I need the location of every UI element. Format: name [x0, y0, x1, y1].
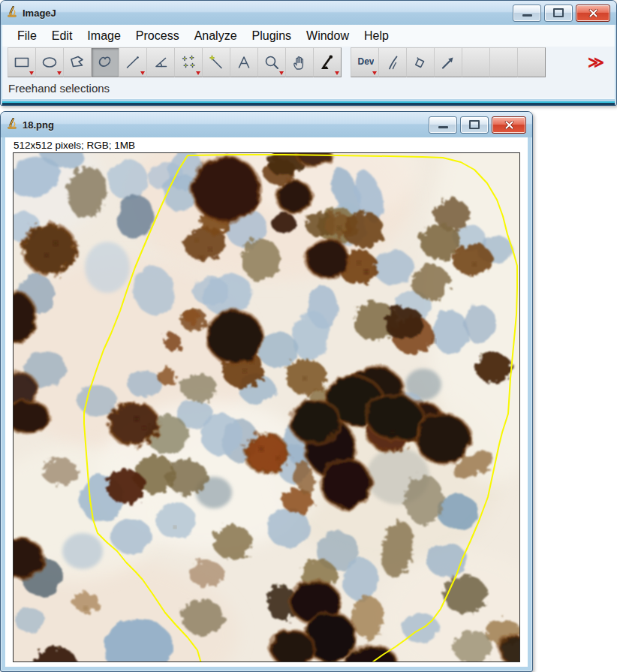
- menu-item-plugins[interactable]: Plugins: [245, 28, 299, 44]
- desktop: ImageJ FileEditImageProcessAnalyzePlugin…: [0, 0, 617, 672]
- minimize-icon: [522, 14, 532, 17]
- imagej-bottom-border: [2, 99, 615, 105]
- restore-icon: [553, 8, 564, 17]
- menu-item-file[interactable]: File: [10, 28, 44, 44]
- close-icon: [588, 9, 598, 17]
- image-window-title: 18.png: [23, 119, 54, 131]
- tool-menu-indicator: [57, 71, 62, 75]
- tool-menu-indicator: [335, 71, 339, 75]
- dropper-tool-icon: [318, 53, 336, 71]
- oval-tool-icon: [41, 53, 59, 71]
- text-tool-icon: [235, 53, 253, 71]
- point-tool-icon: [179, 53, 197, 71]
- tool-button-line[interactable]: [119, 47, 147, 77]
- tool-button-freehand[interactable]: [91, 47, 119, 77]
- hand-tool-icon: [290, 53, 308, 71]
- polygon-tool-icon: [68, 53, 86, 71]
- menu-item-image[interactable]: Image: [80, 28, 128, 44]
- dev-tool-icon: Dev: [356, 53, 374, 71]
- image-window-titlebar[interactable]: 18.png: [1, 112, 532, 137]
- imagej-body: FileEditImageProcessAnalyzePluginsWindow…: [2, 25, 615, 99]
- micrograph: [14, 153, 519, 661]
- menu-item-help[interactable]: Help: [357, 28, 396, 44]
- tool-button-brush[interactable]: [378, 47, 407, 77]
- tool-button-fill[interactable]: [406, 47, 435, 77]
- angle-tool-icon: [152, 53, 170, 71]
- tool-button-rectangle[interactable]: [8, 47, 36, 77]
- maximize-icon: [469, 120, 480, 129]
- tool-button-angle[interactable]: [146, 47, 175, 77]
- freehand-tool-icon: [96, 53, 114, 71]
- svg-text:Dev: Dev: [358, 56, 375, 67]
- imagej-close-button[interactable]: [576, 5, 610, 22]
- tool-button-polygon[interactable]: [63, 47, 92, 77]
- image-maximize-button[interactable]: [460, 116, 489, 134]
- imagej-menubar: FileEditImageProcessAnalyzePluginsWindow…: [2, 25, 615, 47]
- menu-item-window[interactable]: Window: [299, 28, 357, 44]
- menu-item-analyze[interactable]: Analyze: [187, 28, 245, 44]
- imagej-status-text: Freehand selections: [2, 78, 615, 98]
- tool-button-oval[interactable]: [35, 47, 64, 77]
- rectangle-tool-icon: [13, 53, 31, 71]
- image-window-controls: [429, 116, 526, 134]
- imagej-main-window: ImageJ FileEditImageProcessAnalyzePlugin…: [0, 0, 617, 106]
- image-window-logo-icon: [7, 118, 17, 132]
- tool-button-point[interactable]: [174, 47, 203, 77]
- tool-button-hand[interactable]: [285, 47, 314, 77]
- tool-button-dev[interactable]: Dev: [351, 47, 379, 77]
- tool-button-empty1[interactable]: [462, 47, 490, 77]
- image-window: 18.png 512x512 pixels; RGB; 1MB: [0, 111, 533, 672]
- minimize-icon: [438, 126, 448, 128]
- line-tool-icon: [124, 53, 142, 71]
- tool-button-empty3[interactable]: [517, 47, 546, 77]
- imagej-toolbar: Dev≫: [2, 47, 615, 78]
- arrow-tool-icon: [439, 53, 457, 71]
- zoom-tool-icon: [263, 53, 281, 71]
- imagej-titlebar[interactable]: ImageJ: [1, 1, 616, 25]
- tool-button-zoom[interactable]: [257, 47, 286, 77]
- fill-tool-icon: [411, 53, 429, 71]
- tool-button-wand[interactable]: [202, 47, 230, 77]
- image-close-button[interactable]: [492, 116, 526, 134]
- close-icon: [504, 121, 514, 129]
- brush-tool-icon: [384, 53, 402, 71]
- tool-menu-indicator: [140, 71, 145, 75]
- tool-menu-indicator: [29, 71, 34, 75]
- tool-button-arrow[interactable]: [434, 47, 462, 77]
- imagej-window-title: ImageJ: [23, 8, 56, 19]
- tool-button-dropper[interactable]: [313, 47, 342, 77]
- imagej-minimize-button[interactable]: [513, 5, 541, 22]
- imagej-restore-button[interactable]: [544, 5, 573, 22]
- wand-tool-icon: [207, 53, 225, 71]
- tool-menu-indicator: [196, 71, 200, 75]
- more-tools-button[interactable]: ≫: [588, 53, 603, 71]
- tool-menu-indicator: [279, 71, 284, 75]
- tool-menu-indicator: [372, 71, 377, 75]
- tool-button-empty2[interactable]: [489, 47, 518, 77]
- image-window-body: 512x512 pixels; RGB; 1MB: [5, 137, 528, 667]
- image-canvas[interactable]: [13, 152, 520, 662]
- image-minimize-button[interactable]: [429, 116, 457, 134]
- menu-item-edit[interactable]: Edit: [44, 28, 80, 44]
- tool-button-text[interactable]: [230, 47, 258, 77]
- image-info-text: 512x512 pixels; RGB; 1MB: [5, 137, 528, 152]
- imagej-logo-icon: [7, 6, 17, 20]
- imagej-window-controls: [513, 5, 610, 22]
- menu-item-process[interactable]: Process: [128, 28, 187, 44]
